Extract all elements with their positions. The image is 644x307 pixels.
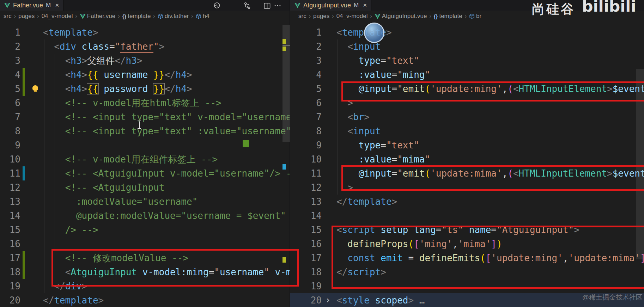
line-number[interactable]: 7 — [0, 110, 20, 124]
token — [43, 69, 65, 80]
line-number[interactable]: 17 — [0, 251, 20, 265]
line-number[interactable]: 4 — [0, 68, 20, 82]
breadcrumb-item[interactable]: h4 — [196, 13, 209, 20]
breadcrumb-item[interactable]: {}template — [434, 13, 462, 20]
breadcrumb-item[interactable]: div.father — [158, 13, 189, 20]
tab-atguiguinput-vue[interactable]: AtguiguInput.vue M × — [290, 0, 371, 11]
breadcrumb-item[interactable]: src — [298, 13, 306, 20]
close-icon[interactable]: × — [55, 1, 59, 9]
line-number[interactable]: 6 — [0, 96, 20, 110]
code-line-11[interactable]: 11 <!-- <AtguiguInput v-model="username"… — [0, 166, 290, 180]
line-number[interactable]: 2 — [0, 39, 20, 54]
code-text: <template> — [43, 25, 98, 39]
compare-icon[interactable] — [243, 1, 252, 10]
code-line-7[interactable]: 7 <!-- <input type="text" v-model="usern… — [0, 110, 290, 124]
code-line-4[interactable]: 4 <h4>{{ username }}</h4> — [0, 68, 290, 82]
code-line-2[interactable]: 2 <input — [290, 39, 644, 54]
breadcrumb-item[interactable]: AtguiguInput.vue — [375, 13, 427, 20]
gutter-added-bar[interactable] — [23, 251, 25, 265]
line-number[interactable]: 20 — [290, 293, 322, 307]
line-number[interactable]: 12 — [290, 180, 322, 195]
code-line-9[interactable]: 9 type="text" — [290, 138, 644, 152]
code-line-7[interactable]: 7 <br> — [290, 110, 644, 124]
gutter-added-bar[interactable] — [23, 265, 25, 279]
line-number[interactable]: 20 — [0, 293, 20, 307]
line-number[interactable]: 13 — [290, 195, 322, 209]
breadcrumb-item[interactable]: pages — [313, 13, 329, 20]
line-number[interactable]: 3 — [0, 54, 20, 68]
token: <!-- <AtguiguInput — [65, 182, 165, 193]
code-line-15[interactable]: 15 /> --> — [0, 223, 290, 237]
line-number[interactable]: 10 — [0, 152, 20, 166]
line-number[interactable]: 15 — [0, 223, 20, 237]
line-number[interactable]: 10 — [290, 152, 322, 166]
code-line-20[interactable]: 20</template> — [0, 293, 290, 307]
breadcrumb-item[interactable]: pages — [18, 13, 35, 20]
line-number[interactable]: 11 — [290, 166, 322, 180]
tab-father-vue[interactable]: Father.vue M × — [0, 0, 63, 11]
gutter-added-bar[interactable] — [23, 82, 25, 96]
line-number[interactable]: 6 — [290, 96, 322, 110]
code-line-13[interactable]: 13 :modelValue="username" — [0, 195, 290, 209]
token: }} — [153, 84, 164, 94]
code-line-4[interactable]: 4 :value="ming" — [290, 68, 644, 82]
lightbulb-icon[interactable] — [32, 85, 38, 91]
code-line-8[interactable]: 8 <input — [290, 124, 644, 138]
line-number[interactable]: 16 — [0, 237, 20, 251]
code-line-1[interactable]: 1<template> — [290, 25, 644, 39]
line-number[interactable]: 8 — [290, 124, 322, 138]
code-line-8[interactable]: 8 <!-- <input type="text" :value="userna… — [0, 124, 290, 138]
code-line-3[interactable]: 3 type="text" — [290, 54, 644, 68]
breadcrumb-item[interactable]: {}template — [122, 13, 151, 20]
code-line-12[interactable]: 12 <!-- <AtguiguInput — [0, 180, 290, 195]
watermark-bilibili: bilibili — [582, 0, 636, 15]
line-number[interactable]: 9 — [0, 138, 20, 152]
line-number[interactable]: 13 — [0, 195, 20, 209]
breadcrumb-item[interactable]: 04_v-model — [42, 13, 73, 20]
line-number[interactable]: 12 — [0, 180, 20, 195]
line-number[interactable]: 19 — [0, 279, 20, 293]
line-number[interactable]: 14 — [0, 209, 20, 223]
code-line-13[interactable]: 13</template> — [290, 195, 644, 209]
history-icon[interactable] — [212, 1, 221, 10]
breadcrumb-item[interactable]: br — [469, 13, 481, 20]
line-number[interactable]: 8 — [0, 124, 20, 138]
line-number[interactable]: 3 — [290, 54, 322, 68]
line-number[interactable]: 5 — [0, 82, 20, 96]
line-number[interactable]: 5 — [290, 82, 322, 96]
code-line-2[interactable]: 2 <div class="father"> — [0, 39, 290, 54]
gutter-added-bar[interactable] — [23, 68, 25, 82]
line-number[interactable]: 15 — [290, 223, 322, 237]
line-number[interactable]: 1 — [290, 25, 322, 39]
token: input — [353, 41, 381, 52]
breadcrumb-item[interactable]: Father.vue — [80, 13, 115, 20]
token: h4 — [176, 84, 187, 94]
code-line-5[interactable]: 5 <h4>{{ password }}</h4> — [0, 82, 290, 96]
more-icon[interactable] — [273, 1, 282, 10]
vue-icon — [4, 3, 10, 8]
line-number[interactable]: 18 — [0, 265, 20, 279]
line-number[interactable]: 14 — [290, 209, 322, 223]
close-icon[interactable]: × — [363, 1, 367, 9]
modified-badge: M — [46, 2, 51, 9]
line-number[interactable]: 11 — [0, 166, 20, 180]
code-line-10[interactable]: 10 <!-- v-model用在组件标签上 --> — [0, 152, 290, 166]
line-number[interactable]: 9 — [290, 138, 322, 152]
gutter-modified-bar[interactable] — [23, 166, 25, 180]
line-number[interactable]: 2 — [290, 39, 322, 54]
code-line-10[interactable]: 10 :value="mima" — [290, 152, 644, 166]
code-line-3[interactable]: 3 <h3>父组件</h3> — [0, 54, 290, 68]
line-number[interactable]: 1 — [0, 25, 20, 39]
code-line-14[interactable]: 14 — [290, 209, 644, 223]
breadcrumb-item[interactable]: 04_v-model — [336, 13, 368, 20]
line-number[interactable]: 4 — [290, 68, 322, 82]
line-number[interactable]: 7 — [290, 110, 322, 124]
breadcrumb-item[interactable]: src — [4, 13, 12, 20]
token: <!-- <input type="text" :value="username… — [65, 126, 290, 136]
fold-chevron-icon[interactable]: › — [325, 293, 331, 307]
split-editor-icon[interactable] — [262, 1, 272, 10]
token: </ — [164, 69, 175, 80]
code-line-6[interactable]: 6 <!-- v-model用在html标签上 --> — [0, 96, 290, 110]
code-line-1[interactable]: 1<template> — [0, 25, 290, 39]
code-line-14[interactable]: 14 @update:modelValue="username = $event… — [0, 209, 290, 223]
